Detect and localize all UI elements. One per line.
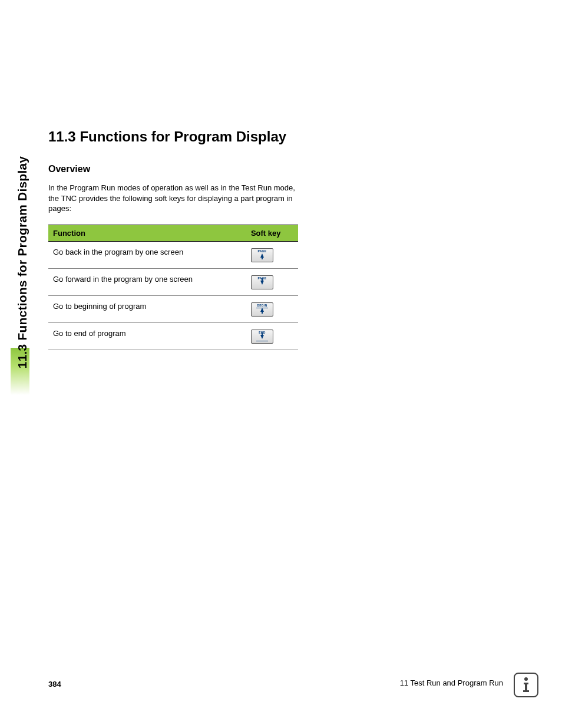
- arrow-up-icon: [260, 308, 264, 312]
- softkey-cell: END: [249, 322, 298, 350]
- functions-table: Function Soft key Go back in the program…: [48, 225, 298, 350]
- function-cell: Go forward in the program by one screen: [48, 268, 249, 295]
- page-footer: 384 11 Test Run and Program Run: [48, 678, 538, 696]
- function-cell: Go back in the program by one screen: [48, 241, 249, 268]
- section-heading: 11.3 Functions for Program Display: [48, 129, 308, 145]
- info-icon: [514, 673, 538, 697]
- side-tab: 11.3 Functions for Program Display: [11, 130, 34, 395]
- table-row: Go to beginning of programBEGIN: [48, 295, 298, 322]
- softkey-icon: BEGIN: [251, 302, 273, 317]
- softkey-label: PAGE: [252, 250, 273, 253]
- function-cell: Go to end of program: [48, 322, 249, 350]
- page-number: 384: [48, 680, 61, 689]
- arrow-down-icon: [260, 281, 264, 285]
- softkey-icon: PAGE: [251, 248, 273, 262]
- softkey-cell: PAGE: [249, 241, 298, 268]
- svg-rect-2: [525, 683, 527, 691]
- side-tab-title: 11.3 Functions for Program Display: [15, 156, 29, 368]
- function-cell: Go to beginning of program: [48, 295, 249, 322]
- arrow-down-icon: [260, 335, 264, 339]
- subsection-heading: Overview: [48, 164, 308, 174]
- body-paragraph: In the Program Run modes of operation as…: [48, 183, 308, 214]
- softkey-icon: PAGE: [251, 275, 273, 289]
- col-function: Function: [48, 225, 249, 241]
- softkey-cell: BEGIN: [249, 295, 298, 322]
- softkey-label: BEGIN: [252, 304, 273, 307]
- svg-point-0: [524, 677, 528, 681]
- table-row: Go to end of programEND: [48, 322, 298, 350]
- arrow-up-icon: [260, 253, 264, 258]
- softkey-cell: PAGE: [249, 268, 298, 295]
- table-row: Go forward in the program by one screenP…: [48, 268, 298, 295]
- col-softkey: Soft key: [249, 225, 298, 241]
- softkey-icon: END: [251, 330, 273, 344]
- softkey-line: [256, 341, 268, 341]
- svg-rect-3: [523, 690, 529, 692]
- chapter-title: 11 Test Run and Program Run: [400, 678, 503, 687]
- table-row: Go back in the program by one screenPAGE: [48, 241, 298, 268]
- page-content: 11.3 Functions for Program Display Overv…: [48, 129, 308, 350]
